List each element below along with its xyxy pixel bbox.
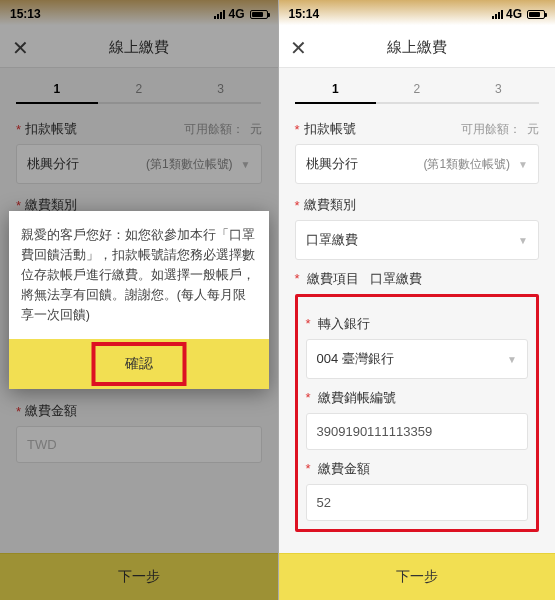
next-label: 下一步 bbox=[396, 568, 438, 584]
close-icon[interactable]: ✕ bbox=[289, 38, 309, 58]
chevron-down-icon: ▼ bbox=[518, 235, 528, 246]
battery-icon bbox=[527, 10, 545, 19]
required-mark: * bbox=[306, 390, 311, 405]
transfer-bank-select[interactable]: 004 臺灣銀行 ▼ bbox=[306, 339, 529, 379]
phone-left: 15:13 4G ✕ 線上繳費 1 2 3 * 扣款帳號 可用餘額： 元 桃興分… bbox=[0, 0, 278, 600]
modal-overlay: 親愛的客戶您好：如您欲參加本行「口罩費回饋活動」，扣款帳號請您務必選擇數位存款帳… bbox=[0, 0, 278, 600]
pay-number-label-row: * 繳費銷帳編號 bbox=[306, 389, 529, 407]
status-bar: 15:14 4G bbox=[279, 0, 556, 28]
transfer-bank-label-row: * 轉入銀行 bbox=[306, 315, 529, 333]
item-value: 口罩繳費 bbox=[370, 271, 422, 286]
required-mark: * bbox=[306, 461, 311, 476]
step-2[interactable]: 2 bbox=[376, 82, 458, 104]
phone-right: 15:14 4G ✕ 線上繳費 1 2 3 * 扣款帳號 可用餘額： 元 桃興分… bbox=[278, 0, 556, 600]
step-3[interactable]: 3 bbox=[458, 82, 540, 104]
step-indicator: 1 2 3 bbox=[295, 82, 540, 104]
transfer-bank-label: 轉入銀行 bbox=[318, 316, 370, 331]
nav-bar: ✕ 線上繳費 bbox=[279, 28, 556, 68]
balance-unit: 元 bbox=[527, 121, 539, 138]
required-mark: * bbox=[295, 198, 300, 213]
account-label: 扣款帳號 bbox=[304, 120, 356, 138]
item-row: * 繳費項目 口罩繳費 bbox=[295, 270, 540, 288]
modal-body: 親愛的客戶您好：如您欲參加本行「口罩費回饋活動」，扣款帳號請您務必選擇數位存款帳… bbox=[9, 211, 269, 339]
page-title: 線上繳費 bbox=[387, 38, 447, 57]
category-label: 繳費類別 bbox=[304, 196, 356, 214]
category-value: 口罩繳費 bbox=[306, 231, 358, 249]
required-mark: * bbox=[295, 271, 300, 286]
account-select[interactable]: 桃興分行 (第1類數位帳號) ▼ bbox=[295, 144, 540, 184]
confirm-button[interactable]: 確認 bbox=[107, 351, 171, 377]
highlighted-section: * 轉入銀行 004 臺灣銀行 ▼ * 繳費銷帳編號 3909190111113… bbox=[295, 294, 540, 532]
status-right: 4G bbox=[492, 7, 545, 21]
chevron-down-icon: ▼ bbox=[507, 354, 517, 365]
pay-number-label: 繳費銷帳編號 bbox=[318, 390, 396, 405]
account-type: (第1類數位帳號) bbox=[423, 156, 510, 173]
category-label-row: * 繳費類別 bbox=[295, 196, 540, 214]
signal-icon bbox=[492, 10, 503, 19]
pay-number-input[interactable]: 3909190111113359 bbox=[306, 413, 529, 450]
step-1[interactable]: 1 bbox=[295, 82, 377, 104]
modal-dialog: 親愛的客戶您好：如您欲參加本行「口罩費回饋活動」，扣款帳號請您務必選擇數位存款帳… bbox=[9, 211, 269, 389]
content: 1 2 3 * 扣款帳號 可用餘額： 元 桃興分行 (第1類數位帳號) ▼ * … bbox=[279, 68, 556, 532]
amount-label: 繳費金額 bbox=[318, 461, 370, 476]
network-label: 4G bbox=[506, 7, 522, 21]
chevron-down-icon: ▼ bbox=[518, 159, 528, 170]
required-mark: * bbox=[295, 122, 300, 137]
amount-label-row: * 繳費金額 bbox=[306, 460, 529, 478]
modal-button-row: 確認 bbox=[9, 339, 269, 389]
next-button[interactable]: 下一步 bbox=[279, 553, 556, 600]
account-label-row: * 扣款帳號 可用餘額： 元 bbox=[295, 120, 540, 138]
status-time: 15:14 bbox=[289, 7, 320, 21]
transfer-bank-value: 004 臺灣銀行 bbox=[317, 350, 394, 368]
category-select[interactable]: 口罩繳費 ▼ bbox=[295, 220, 540, 260]
item-label: 繳費項目 bbox=[307, 271, 359, 286]
amount-input[interactable]: 52 bbox=[306, 484, 529, 521]
balance-label: 可用餘額： bbox=[461, 121, 521, 138]
required-mark: * bbox=[306, 316, 311, 331]
account-bank: 桃興分行 bbox=[306, 155, 358, 173]
